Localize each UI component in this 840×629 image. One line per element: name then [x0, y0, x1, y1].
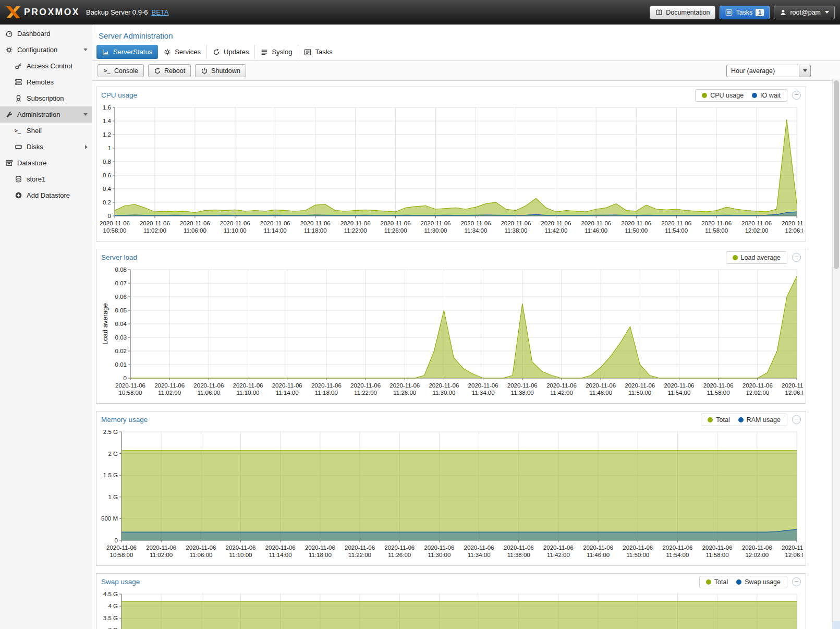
svg-text:11:50:00: 11:50:00: [625, 227, 648, 234]
svg-text:11:42:00: 11:42:00: [550, 390, 573, 396]
tasks-label: Tasks: [736, 9, 752, 16]
svg-text:0.4: 0.4: [103, 186, 112, 192]
tab-label: Services: [175, 48, 201, 56]
svg-text:2020-11-06: 2020-11-06: [154, 382, 185, 389]
sidebar-item-label: Datastore: [17, 159, 46, 167]
svg-text:2020-11-06: 2020-11-06: [384, 545, 415, 551]
legend-item[interactable]: Total: [706, 578, 728, 586]
svg-text:2020-11-06: 2020-11-06: [583, 545, 613, 551]
panel-collapse-button[interactable]: −: [792, 253, 801, 262]
panel-collapse-button[interactable]: −: [792, 91, 801, 100]
legend-item[interactable]: Total: [708, 416, 729, 424]
svg-text:11:02:00: 11:02:00: [150, 552, 173, 558]
tab-serverstatus[interactable]: ServerStatus: [96, 45, 158, 59]
documentation-label: Documentation: [666, 9, 710, 16]
tab-label: Updates: [224, 48, 249, 56]
panel-collapse-button[interactable]: −: [792, 415, 801, 424]
sidebar-item-label: Access Control: [27, 62, 72, 70]
sidebar-item-label: Configuration: [17, 46, 57, 54]
svg-text:1 G: 1 G: [108, 494, 118, 500]
archive-box-icon: [5, 159, 13, 167]
tab-label: Syslog: [272, 48, 292, 56]
svg-text:4 G: 4 G: [108, 603, 118, 609]
sidebar-item-shell[interactable]: >_ Shell: [0, 123, 92, 139]
sidebar-item-label: Administration: [17, 111, 60, 118]
svg-text:11:18:00: 11:18:00: [309, 552, 332, 558]
svg-text:2020-11-06: 2020-11-06: [625, 382, 655, 389]
legend-item[interactable]: RAM usage: [738, 416, 781, 424]
svg-text:2020-11-06: 2020-11-06: [782, 220, 803, 226]
reboot-button[interactable]: Reboot: [148, 64, 191, 77]
tab-updates[interactable]: Updates: [206, 45, 254, 59]
sidebar-item-dashboard[interactable]: Dashboard: [0, 26, 92, 42]
sidebar-item-disks[interactable]: Disks: [0, 139, 92, 155]
gear-icon: [164, 49, 171, 56]
svg-text:2020-11-06: 2020-11-06: [421, 220, 451, 226]
svg-text:2020-11-06: 2020-11-06: [106, 545, 137, 551]
shutdown-button[interactable]: Shutdown: [195, 64, 246, 77]
legend-item[interactable]: CPU usage: [702, 92, 744, 99]
chevron-down-icon[interactable]: [83, 113, 88, 116]
svg-text:11:02:00: 11:02:00: [158, 390, 181, 396]
svg-text:10:58:00: 10:58:00: [103, 227, 127, 234]
user-label: root@pam: [790, 9, 821, 16]
user-icon: [780, 9, 787, 16]
svg-text:11:50:00: 11:50:00: [626, 552, 649, 558]
list-icon: [261, 49, 268, 56]
svg-text:0.8: 0.8: [103, 159, 111, 165]
tab-tasks[interactable]: Tasks: [298, 45, 338, 59]
svg-text:2020-11-06: 2020-11-06: [311, 382, 342, 389]
sidebar-item-administration[interactable]: Administration: [0, 106, 92, 123]
svg-text:2020-11-06: 2020-11-06: [140, 220, 170, 226]
chevron-down-icon: [803, 69, 807, 72]
timeframe-select[interactable]: Hour (average): [726, 65, 811, 77]
svg-text:0: 0: [124, 375, 127, 381]
chevron-right-icon[interactable]: [85, 145, 88, 149]
sidebar-item-configuration[interactable]: Configuration: [0, 42, 92, 58]
sidebar-item-add-datastore[interactable]: Add Datastore: [0, 187, 92, 203]
tasks-button[interactable]: Tasks 1: [720, 6, 770, 19]
svg-text:11:06:00: 11:06:00: [184, 227, 206, 234]
beta-link[interactable]: BETA: [151, 8, 168, 16]
legend-item[interactable]: IO wait: [752, 92, 781, 99]
svg-text:0.2: 0.2: [103, 199, 111, 205]
plus-circle-icon: [15, 191, 22, 199]
sidebar-item-datastore[interactable]: Datastore: [0, 155, 92, 171]
panel-collapse-button[interactable]: −: [792, 577, 801, 586]
legend-dot-green: [706, 579, 711, 585]
legend-item[interactable]: Swap usage: [736, 578, 781, 586]
svg-text:2020-11-06: 2020-11-06: [621, 220, 651, 226]
sidebar-item-subscription[interactable]: Subscription: [0, 90, 92, 106]
vertical-scrollbar[interactable]: [832, 79, 840, 629]
sidebar-item-remotes[interactable]: Remotes: [0, 74, 92, 90]
swap-usage-chart: 0500 M1 G1.5 G2 G2.5 G3 G3.5 G4 G4.5 G20…: [99, 591, 803, 629]
chevron-down-icon[interactable]: [83, 49, 88, 51]
svg-text:2020-11-06: 2020-11-06: [265, 545, 296, 551]
tab-services[interactable]: Services: [158, 45, 206, 59]
scrollbar-thumb[interactable]: [834, 80, 839, 269]
sidebar-item-access-control[interactable]: Access Control: [0, 58, 92, 74]
svg-text:0.06: 0.06: [115, 294, 127, 300]
documentation-button[interactable]: Documentation: [650, 6, 715, 19]
svg-text:2020-11-06: 2020-11-06: [507, 382, 538, 389]
svg-text:11:26:00: 11:26:00: [388, 552, 411, 558]
legend-label: RAM usage: [747, 416, 781, 424]
panel-body: 00.010.020.030.040.050.060.070.082020-11…: [96, 265, 806, 403]
memory-usage-panel: Memory usage Total RAM usage −: [96, 411, 806, 566]
user-menu-button[interactable]: root@pam: [774, 6, 835, 19]
chart-legend: Load average: [726, 251, 787, 264]
console-button[interactable]: >_ Console: [98, 64, 144, 77]
page-title: Server Administration: [99, 31, 840, 40]
combo-trigger-button[interactable]: [799, 65, 810, 77]
sidebar-item-store1[interactable]: store1: [0, 171, 92, 187]
svg-text:11:42:00: 11:42:00: [547, 552, 570, 558]
tab-syslog[interactable]: Syslog: [254, 45, 298, 59]
legend-label: Swap usage: [745, 578, 781, 586]
svg-text:2020-11-06: 2020-11-06: [504, 545, 534, 551]
svg-text:11:58:00: 11:58:00: [707, 390, 730, 396]
legend-item[interactable]: Load average: [733, 254, 781, 261]
svg-text:2020-11-06: 2020-11-06: [742, 545, 772, 551]
memory-usage-chart: 0500 M1 G1.5 G2 G2.5 G2020-11-0610:58:00…: [99, 429, 803, 563]
sidebar-item-label: Subscription: [27, 94, 64, 102]
svg-text:2020-11-06: 2020-11-06: [272, 382, 302, 389]
